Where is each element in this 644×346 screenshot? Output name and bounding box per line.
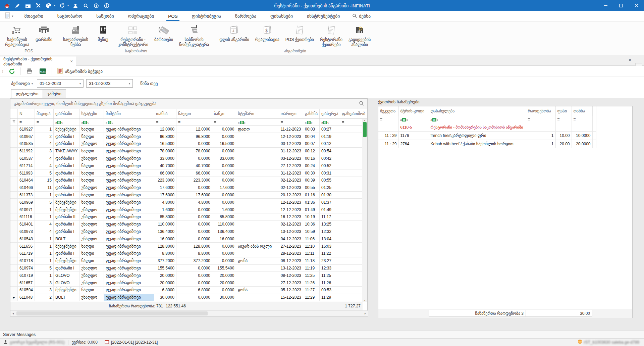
cell[interactable]: 00:55	[319, 177, 340, 184]
cell[interactable]: 223.3000	[176, 177, 212, 184]
cell[interactable]: 0.0000	[176, 294, 212, 301]
cell[interactable]: ფუად იბრაგიმოვი	[104, 140, 154, 148]
cell[interactable]	[236, 169, 279, 177]
cell[interactable]: დარბაზი I	[53, 169, 79, 177]
cell[interactable]: 377.2000	[176, 257, 212, 264]
scroll-down-icon[interactable]: ▾	[362, 299, 368, 302]
sync-icon[interactable]	[93, 2, 100, 9]
cell[interactable]: GLOVO	[53, 279, 79, 287]
cell[interactable]: უნაღდო	[79, 184, 104, 191]
cell[interactable]: რესტორანი - მომსახურების საკომისიოს ანგა…	[429, 123, 526, 131]
cell[interactable]: 01:37	[319, 199, 340, 206]
cell[interactable]: 136.4000	[154, 228, 176, 235]
cell[interactable]: მენეჯმენტი	[53, 257, 79, 264]
cell[interactable]: 11:26	[319, 279, 340, 287]
filter-cell[interactable]: =	[279, 118, 303, 126]
cell[interactable]: 0.0000	[176, 220, 212, 228]
cell[interactable]: 00:55	[303, 184, 320, 191]
cell[interactable]	[236, 147, 279, 155]
cell[interactable]: 20.0000	[154, 279, 176, 287]
cell[interactable]: 0.0000	[212, 133, 236, 140]
menu-tab-5[interactable]: POS	[161, 11, 185, 21]
cell[interactable]: 00:07	[303, 140, 320, 148]
cell[interactable]: 610543	[18, 235, 35, 243]
cell[interactable]: უნაღდო	[79, 206, 104, 213]
cell[interactable]: Kebab with beef / ქაბაბი საქონლის ხორცით	[429, 140, 526, 148]
cell[interactable]: 16.5000	[212, 140, 236, 148]
cell[interactable]: 15	[35, 177, 54, 184]
table-row[interactable]: 6109734დარბაზი Iუნაღდოფუად იბრაგიმოვი136…	[10, 228, 367, 235]
cell[interactable]: 11 : 29	[378, 140, 398, 148]
cell[interactable]: 610535	[18, 140, 35, 148]
cell[interactable]: 00:03	[303, 126, 320, 133]
table-row[interactable]: 61046611დარბაზი Iუნაღდოფუად იბრაგიმოვი17…	[10, 184, 367, 191]
ribbon-item-constructor[interactable]: რესტორანი -კონსტრუქტორი	[115, 22, 151, 47]
cell[interactable]: 78.0000	[154, 147, 176, 155]
cell[interactable]: ფუად იბრაგიმოვი	[104, 228, 154, 235]
cell[interactable]	[236, 199, 279, 206]
cell[interactable]: 0.0000	[176, 228, 212, 235]
cell[interactable]	[236, 140, 279, 148]
column-header-დარბაზი[interactable]: დარბაზი	[53, 109, 79, 118]
cell[interactable]: 33.0000	[212, 155, 236, 162]
cell[interactable]: 17.6000	[176, 191, 212, 199]
cell[interactable]: 01:19	[319, 133, 340, 140]
cell[interactable]: 1	[35, 250, 54, 257]
cell[interactable]: დათო	[236, 126, 279, 133]
menu-tab-3[interactable]: საწყობი	[89, 11, 121, 21]
cell[interactable]: french fries\კარტოფილი ფრი	[429, 131, 526, 140]
cell[interactable]: 96.8000	[154, 133, 176, 140]
ribbon-item-saletag[interactable]: Saleბარათები	[151, 22, 176, 42]
cell[interactable]: 5	[35, 199, 54, 206]
cell[interactable]: 05-12-2023	[279, 287, 303, 294]
cell[interactable]: უნაღდო	[79, 140, 104, 148]
cell[interactable]: 4	[35, 162, 54, 169]
cell[interactable]: 10.00	[555, 131, 572, 140]
table-row[interactable]: 6109711მენეჯმენტიუნაღდოფუად იბრაგიმოვი1.…	[10, 206, 367, 213]
cell[interactable]: ნაღდი	[79, 126, 104, 133]
ribbon-item-hall[interactable]: დარბაზი	[32, 22, 56, 42]
filter-cell[interactable]: aBc	[429, 116, 526, 123]
table-row[interactable]: 6105943მენეჯმენტინაღდიფუად იბრაგიმოვი6.8…	[10, 287, 367, 294]
column-header-დასახელება[interactable]: დასახელება	[429, 106, 526, 116]
cell[interactable]: 02-12-2023	[279, 220, 303, 228]
menu-tab-8[interactable]: ფინანსები	[263, 11, 300, 21]
table-row[interactable]: 6105354დარბაზი Iუნაღდოფუად იბრაგიმოვი16.…	[10, 140, 367, 148]
cell[interactable]: 12:32	[319, 228, 340, 235]
cell[interactable]: დარბაზი I	[53, 191, 79, 199]
user-icon[interactable]	[72, 2, 79, 9]
table-row[interactable]: 6109672დარბაზი Iნაღდიფუად იბრაგიმოვი96.8…	[10, 133, 367, 140]
cell[interactable]: 610537	[18, 155, 35, 162]
cell[interactable]: მენეჯმენტი	[53, 206, 79, 213]
cell[interactable]: BOLT	[53, 294, 79, 301]
table-row[interactable]: 6105374დარბაზი Iუნაღდოფუად იბრაგიმოვი33.…	[10, 155, 367, 162]
vertical-scroll-thumb[interactable]	[363, 122, 367, 137]
scroll-up-icon[interactable]: ▴	[362, 119, 368, 122]
search-icon[interactable]	[82, 2, 90, 9]
cell[interactable]: 85.8000	[154, 213, 176, 221]
cell[interactable]: 17.6000	[212, 184, 236, 191]
table-row[interactable]: 61046415დარბაზი Iნაღდიფუად იბრაგიმოვი223…	[10, 177, 367, 184]
table-row[interactable]: 6117191დარბაზი Iნაღდიფუად იბრაგიმოვი8.80…	[10, 250, 367, 257]
cell[interactable]: 78.0000	[176, 147, 212, 155]
cell[interactable]	[236, 279, 279, 287]
cell[interactable]: ფუად იბრაგიმოვი	[104, 257, 154, 264]
cell[interactable]: 17.6000	[154, 191, 176, 199]
menu-tab-9[interactable]: ინსტრუმენტები	[300, 11, 347, 21]
cell[interactable]: 03-12-2023	[279, 140, 303, 148]
cell[interactable]: 4	[35, 228, 54, 235]
cell[interactable]: 5	[35, 264, 54, 272]
table-row[interactable]: 6109271მენეჯმენტინაღდიფუად იბრაგიმოვი12.…	[10, 126, 367, 133]
print-button[interactable]	[23, 67, 36, 76]
cell[interactable]: 66.0000	[154, 169, 176, 177]
cell[interactable]: 0.0000	[212, 257, 236, 264]
info-icon[interactable]	[103, 2, 110, 9]
cell[interactable]: 00:30	[303, 169, 320, 177]
cell[interactable]: 20-12-2023	[279, 191, 303, 199]
cell[interactable]: 12-12-2023	[279, 133, 303, 140]
cell[interactable]: 223.3000	[154, 177, 176, 184]
cell[interactable]: 00:39	[303, 177, 320, 184]
menu-tab-6[interactable]: დისტრიბუცია	[185, 11, 228, 21]
cell[interactable]	[236, 206, 279, 213]
cell[interactable]: 02-12-2023	[279, 184, 303, 191]
